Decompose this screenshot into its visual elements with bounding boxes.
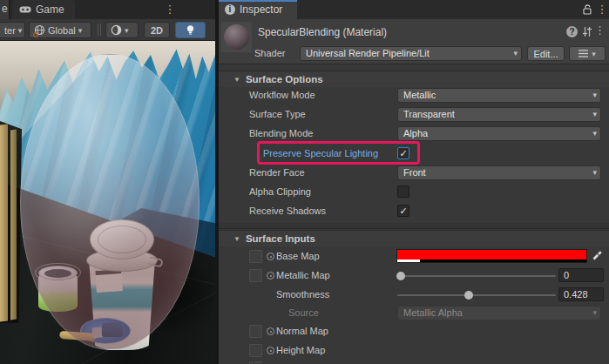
globe-icon xyxy=(34,24,45,36)
scene-lighting-toggle[interactable] xyxy=(175,22,206,38)
base-map-color-swatch[interactable] xyxy=(396,249,587,263)
metallic-map-texture-slot[interactable] xyxy=(249,269,262,282)
active-tab-accent xyxy=(219,0,297,2)
metallic-map-row: Metallic Map 0 xyxy=(219,268,609,284)
eyedropper-icon[interactable] xyxy=(590,249,604,263)
material-menu-kebab-icon[interactable]: ⋮ xyxy=(594,24,606,37)
toggle-2d-button[interactable]: 2D xyxy=(144,22,170,38)
inspector-tabbar: i Inspector ⋮ xyxy=(219,0,609,19)
globe-badge-icon xyxy=(33,32,38,37)
inspector-menu-kebab-icon[interactable]: ⋮ xyxy=(596,0,608,19)
source-value: Metallic Alpha xyxy=(403,307,463,318)
workflow-mode-dropdown[interactable]: Metallic ▾ xyxy=(397,88,601,103)
gamepad-icon xyxy=(19,5,31,14)
preserve-specular-row: Preserve Specular Lighting ✓ xyxy=(219,146,609,162)
game-tabbar: e Game ⋮ xyxy=(0,0,215,19)
surface-options-header[interactable]: ▼ Surface Options xyxy=(219,71,609,87)
normal-map-texture-slot[interactable] xyxy=(249,325,262,338)
lightbulb-icon xyxy=(186,24,195,36)
scene-toolbar: ter ▾ Global ▾ ▾ 2D xyxy=(0,19,215,41)
toolbar-divider xyxy=(100,24,101,36)
surface-type-dropdown[interactable]: Transparent ▾ xyxy=(397,107,601,122)
preserve-specular-checkbox[interactable]: ✓ xyxy=(397,147,409,159)
receive-shadows-row: Receive Shadows ✓ xyxy=(219,204,609,219)
global-dropdown[interactable]: Global ▾ xyxy=(29,22,91,38)
surface-inputs-title: Surface Inputs xyxy=(246,233,315,244)
object-picker-icon[interactable] xyxy=(267,272,274,280)
tab-game[interactable]: Game xyxy=(12,0,75,19)
info-icon: i xyxy=(225,4,235,15)
surface-inputs-header[interactable]: ▼ Surface Inputs xyxy=(219,230,609,246)
surface-type-value: Transparent xyxy=(403,109,455,119)
2d-label: 2D xyxy=(151,25,163,36)
render-face-dropdown[interactable]: Front ▾ xyxy=(397,165,601,180)
smoothness-label: Smoothness xyxy=(276,287,329,302)
foldout-arrow-icon: ▼ xyxy=(233,235,240,243)
alpha-clipping-label: Alpha Clipping xyxy=(249,185,311,199)
shader-dropdown-value: Universal Render Pipeline/Lit xyxy=(306,48,430,58)
blending-mode-label: Blending Mode xyxy=(249,126,313,141)
receive-shadows-checkbox[interactable]: ✓ xyxy=(397,205,409,217)
smoothness-slider-handle[interactable] xyxy=(464,291,473,300)
preserve-specular-label: Preserve Specular Lighting xyxy=(263,146,378,161)
blending-mode-row: Blending Mode Alpha ▾ xyxy=(219,126,609,142)
object-picker-icon[interactable] xyxy=(267,327,274,335)
smoothness-slider[interactable] xyxy=(397,294,556,296)
metallic-slider[interactable] xyxy=(397,275,556,277)
chevron-down-icon: ▾ xyxy=(513,47,518,60)
shader-label: Shader xyxy=(254,48,285,58)
chevron-down-icon: ▾ xyxy=(592,108,597,121)
surface-type-row: Surface Type Transparent ▾ xyxy=(219,107,609,123)
unlock-icon[interactable] xyxy=(581,3,593,16)
wooden-ladder-rail xyxy=(0,124,8,321)
smoothness-value-field[interactable]: 0.428 xyxy=(558,287,604,301)
material-header: SpecularBlending (Material) ? ⋮ Shader U… xyxy=(219,19,609,64)
unity-editor: e Game ⋮ ter ▾ Global ▾ xyxy=(0,0,609,364)
object-picker-icon[interactable] xyxy=(267,253,274,260)
smoothness-source-row: Source Metallic Alpha ▾ xyxy=(219,306,609,321)
surface-options-title: Surface Options xyxy=(246,74,323,84)
base-map-label: Base Map xyxy=(276,249,320,264)
transparent-specular-sphere xyxy=(20,54,200,350)
help-icon[interactable]: ? xyxy=(566,26,578,37)
height-map-texture-slot[interactable] xyxy=(249,344,262,357)
surface-type-label: Surface Type xyxy=(249,107,306,122)
metallic-slider-handle[interactable] xyxy=(396,272,405,280)
inspector-pane: i Inspector ⋮ SpecularBlending (Material… xyxy=(219,0,609,364)
alpha-clipping-checkbox[interactable] xyxy=(397,185,409,198)
tab-scene-partial[interactable]: e xyxy=(0,0,10,19)
toolbar-divider xyxy=(98,24,98,36)
base-map-texture-slot[interactable] xyxy=(249,250,262,263)
shader-dropdown[interactable]: Universal Render Pipeline/Lit ▾ xyxy=(300,46,522,61)
section-separator xyxy=(219,223,609,229)
wooden-ladder-rail xyxy=(10,130,17,320)
next-map-row-partial xyxy=(219,361,609,364)
game-menu-kebab-icon[interactable]: ⋮ xyxy=(163,0,177,19)
blending-mode-value: Alpha xyxy=(403,128,428,138)
presets-icon[interactable] xyxy=(581,26,592,37)
metallic-value-field[interactable]: 0 xyxy=(558,268,604,282)
tab-inspector-label: Inspector xyxy=(240,3,282,16)
tab-inspector[interactable]: i Inspector xyxy=(219,0,297,19)
pivot-dropdown[interactable]: ter ▾ xyxy=(0,22,25,38)
list-icon xyxy=(579,50,588,57)
render-face-row: Render Face Front ▾ xyxy=(219,165,609,181)
source-dropdown: Metallic Alpha ▾ xyxy=(397,306,601,320)
game-viewport[interactable] xyxy=(0,41,215,364)
shader-edit-button[interactable]: Edit... xyxy=(527,46,565,61)
normal-map-label: Normal Map xyxy=(276,324,328,339)
alpha-bar-fill xyxy=(397,260,420,262)
shading-mode-dropdown[interactable]: ▾ xyxy=(105,22,139,38)
height-map-label: Height Map xyxy=(276,343,325,358)
base-map-row: Base Map xyxy=(219,249,609,265)
height-map-row: Height Map xyxy=(219,343,609,359)
source-label: Source xyxy=(288,306,319,320)
material-preview-thumbnail[interactable] xyxy=(221,22,252,52)
shader-list-dropdown-button[interactable]: ▾ xyxy=(569,46,606,61)
chevron-down-icon: ▾ xyxy=(592,127,597,140)
blending-mode-dropdown[interactable]: Alpha ▾ xyxy=(397,126,601,141)
pivot-label: ter xyxy=(4,25,16,36)
workflow-mode-value: Metallic xyxy=(403,90,436,100)
object-picker-icon[interactable] xyxy=(267,347,274,354)
workflow-mode-row: Workflow Mode Metallic ▾ xyxy=(219,88,609,104)
